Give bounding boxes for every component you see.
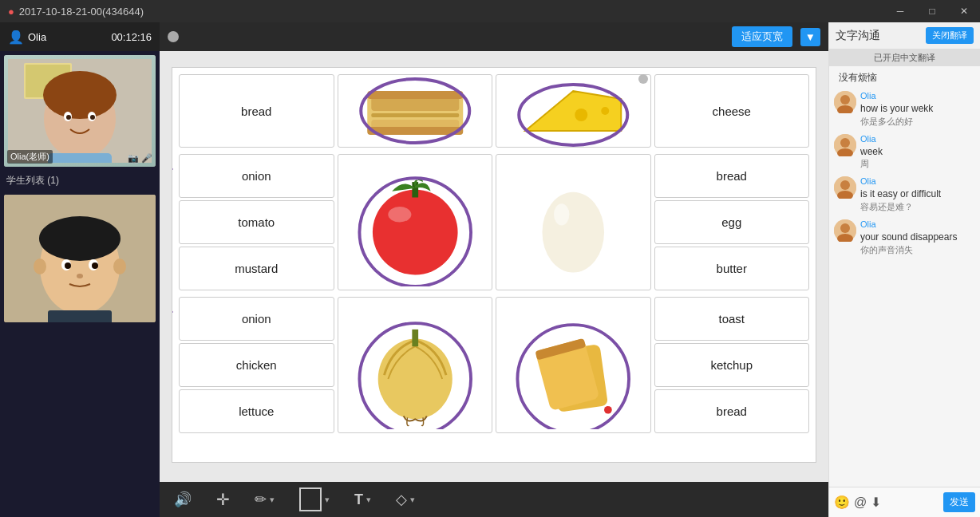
food-cell-butter-word: butter — [654, 247, 810, 290]
food-cell-bread-word: bread — [179, 74, 334, 148]
emoji-icon[interactable]: 🙂 — [834, 495, 850, 510]
onion-svg — [338, 302, 492, 429]
chat-title: 文字沟通 — [836, 29, 921, 43]
svg-point-37 — [542, 191, 604, 272]
download-icon[interactable]: ⬇ — [871, 495, 881, 510]
compass-btn[interactable]: ✛ — [210, 487, 236, 512]
msg-3-cn: 周 — [860, 158, 975, 170]
svg-rect-26 — [367, 127, 463, 135]
content-area: 适应页宽 ▼ bread — [160, 22, 828, 517]
food-cell-lettuce-word: lettuce — [179, 389, 334, 433]
egg-svg — [496, 159, 650, 286]
msg-3-sender: Olia — [860, 134, 975, 144]
food-cell-chicken-word: chicken — [179, 343, 334, 387]
text-dropdown[interactable]: ▾ — [366, 495, 371, 505]
chat-avatar-olia-4 — [834, 176, 856, 199]
eraser-dropdown[interactable]: ▾ — [410, 495, 415, 505]
teacher-svg — [8, 59, 152, 163]
chat-messages: 没有烦恼 Olia how is your wekk 你是多么的好 — [829, 66, 980, 487]
send-btn[interactable]: 发送 — [943, 492, 975, 512]
svg-rect-40 — [412, 329, 418, 345]
slide-content: bread — [172, 67, 816, 463]
food-cell-group-left-3: 1 2 3 onion chicken lettuce — [179, 297, 334, 433]
svg-point-33 — [372, 189, 457, 274]
chat-header: 文字沟通 关闭翻译 — [829, 22, 980, 49]
svg-point-31 — [601, 107, 609, 115]
rect-dropdown[interactable]: ▾ — [325, 495, 330, 505]
maximize-btn[interactable]: □ — [916, 0, 948, 22]
student-svg — [4, 195, 156, 322]
user-icon: 👤 — [8, 30, 24, 45]
student-face — [4, 195, 156, 322]
food-cell-toast-word: toast — [654, 297, 810, 341]
svg-point-18 — [92, 262, 98, 269]
student-video — [4, 195, 156, 322]
rect-btn[interactable]: ▾ — [293, 484, 336, 515]
msg-3-text: week — [860, 145, 975, 159]
svg-point-13 — [34, 258, 46, 274]
close-translate-btn[interactable]: 关闭翻译 — [926, 27, 974, 44]
rect-icon — [299, 487, 322, 511]
cheese-svg — [496, 75, 650, 147]
video-icons: 📷 🎤 — [128, 153, 152, 164]
pen-btn[interactable]: ✏ ▾ — [248, 487, 281, 511]
svg-point-19 — [77, 274, 83, 278]
food-cell-tomato-img — [338, 154, 493, 290]
food-cell-cheese-img — [496, 74, 651, 148]
camera-icon: 📷 — [128, 153, 139, 164]
minimize-btn[interactable]: ─ — [884, 0, 916, 22]
svg-point-12 — [39, 216, 121, 261]
svg-point-17 — [65, 262, 71, 269]
eraser-btn[interactable]: ◇ ▾ — [389, 487, 421, 511]
food-cell-tomato-word: tomato — [179, 200, 334, 244]
pen-dropdown[interactable]: ▾ — [270, 495, 275, 505]
food-row-1: bread — [172, 68, 816, 151]
pres-topbar: 适应页宽 ▼ — [160, 22, 828, 51]
svg-point-34 — [388, 207, 411, 222]
svg-point-4 — [43, 71, 117, 119]
fit-dropdown-btn[interactable]: ▼ — [800, 28, 820, 46]
chat-msg-3: Olia week 周 — [834, 134, 975, 171]
msg-4-cn: 容易还是难？ — [860, 201, 975, 213]
chat-avatar-olia-5 — [834, 219, 856, 242]
food-cell-group-right-2: bread egg butter — [654, 154, 810, 290]
food-cell-onion-img — [338, 297, 493, 433]
food-cell-bread-word-3: bread — [654, 389, 810, 433]
eraser-icon: ◇ — [396, 491, 407, 508]
svg-rect-9 — [48, 153, 112, 163]
food-cell-onion-word: onion — [179, 154, 334, 198]
msg-5-text: your sound disappears — [860, 231, 975, 244]
volume-btn[interactable]: 🔊 — [168, 487, 198, 511]
chat-msg-1: 没有烦恼 — [834, 71, 975, 85]
title-icon: ● — [8, 6, 14, 18]
chat-bubble-5: Olia your sound disappears 你的声音消失 — [860, 219, 975, 256]
chat-bubble-2: Olia how is your wekk 你是多么的好 — [860, 91, 975, 128]
svg-point-57 — [840, 223, 850, 233]
food-cell-egg-word: egg — [654, 200, 810, 244]
chat-bubble-4: Olia is it easy or difficult 容易还是难？ — [860, 176, 975, 213]
teacher-video: Olia(老师) 📷 🎤 — [4, 55, 156, 167]
chat-msg-2: Olia how is your wekk 你是多么的好 — [834, 91, 975, 128]
food-cell-mustard-word: mustard — [179, 247, 334, 290]
titlebar: ● 2017-10-18-21-00(434644) ─ □ ✕ — [0, 0, 980, 22]
close-btn[interactable]: ✕ — [948, 0, 980, 22]
svg-rect-20 — [48, 310, 112, 322]
pen-icon: ✏ — [255, 491, 267, 508]
food-cell-egg-img — [496, 154, 651, 290]
timer: 00:12:16 — [111, 31, 152, 43]
msg-5-cn: 你的声音消失 — [860, 244, 975, 256]
svg-rect-25 — [367, 91, 463, 99]
bread-sandwich-svg — [338, 75, 492, 147]
window-controls: ─ □ ✕ — [884, 0, 980, 22]
mention-icon[interactable]: @ — [854, 495, 867, 510]
svg-point-38 — [554, 203, 569, 225]
compass-icon: ✛ — [216, 490, 230, 509]
fit-width-btn[interactable]: 适应页宽 — [732, 26, 792, 47]
msg-2-sender: Olia — [860, 91, 975, 101]
msg-2-text: how is your wekk — [860, 102, 975, 116]
main-layout: 👤 Olia 00:12:16 — [0, 22, 980, 517]
food-cell-bread-word-2: bread — [654, 154, 810, 198]
food-cell-cheese-word: cheese — [654, 74, 810, 148]
text-btn[interactable]: T ▾ — [348, 488, 377, 511]
avatar-svg-4 — [834, 176, 856, 199]
